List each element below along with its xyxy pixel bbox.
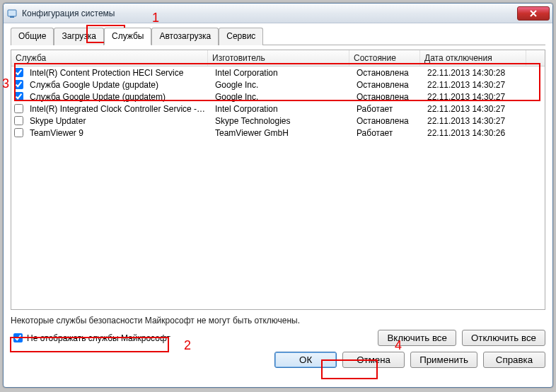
cell-mfr: Skype Technologies <box>211 116 352 126</box>
cell-name: Служба Google Update (gupdatem) <box>25 92 211 102</box>
svg-rect-0 <box>8 10 16 16</box>
cell-date: 22.11.2013 14:30:27 <box>423 116 529 126</box>
col-date[interactable]: Дата отключения <box>420 50 526 66</box>
tab-strip: Общие Загрузка Службы Автозагрузка Серви… <box>11 28 545 45</box>
cell-mfr: Intel Corporation <box>211 104 352 114</box>
window-title: Конфигурация системы <box>22 8 517 18</box>
table-row[interactable]: Skype UpdaterSkype TechnologiesОстановле… <box>11 115 545 127</box>
table-row[interactable]: TeamViewer 9TeamViewer GmbHРаботает22.11… <box>11 127 545 139</box>
apply-button[interactable]: Применить <box>410 352 477 368</box>
content-area: Общие Загрузка Службы Автозагрузка Серви… <box>4 23 552 375</box>
col-manufacturer[interactable]: Изготовитель <box>208 50 349 66</box>
cell-name: TeamViewer 9 <box>25 128 211 138</box>
ok-button[interactable]: ОК <box>274 352 337 368</box>
app-icon <box>6 8 18 19</box>
close-icon <box>529 10 538 17</box>
hide-ms-label: Не отображать службы Майкрософт <box>27 333 170 343</box>
hide-ms-option[interactable]: Не отображать службы Майкрософт <box>11 332 173 345</box>
note-text: Некоторые службы безопасности Майкрософт… <box>11 316 545 325</box>
list-header: Служба Изготовитель Состояние Дата отклю… <box>11 50 545 67</box>
list-rows: Intel(R) Content Protection HECI Service… <box>11 67 545 309</box>
titlebar: Конфигурация системы <box>4 4 552 23</box>
tab-tools[interactable]: Сервис <box>219 28 263 45</box>
svg-rect-1 <box>10 16 14 18</box>
cell-date: 22.11.2013 14:30:27 <box>423 80 529 90</box>
tab-boot[interactable]: Загрузка <box>54 28 104 45</box>
col-service[interactable]: Служба <box>11 50 208 66</box>
help-button[interactable]: Справка <box>483 352 545 368</box>
service-checkbox[interactable] <box>14 128 23 137</box>
cell-mfr: TeamViewer GmbH <box>211 128 352 138</box>
cell-mfr: Google Inc. <box>211 92 352 102</box>
cell-state: Остановлена <box>352 68 423 78</box>
cell-date: 22.11.2013 14:30:28 <box>423 68 529 78</box>
options-row: Не отображать службы Майкрософт Включить… <box>11 330 545 346</box>
cell-name: Intel(R) Content Protection HECI Service <box>25 68 211 78</box>
cell-date: 22.11.2013 14:30:27 <box>423 104 529 114</box>
dialog-buttons: ОК Отмена Применить Справка <box>11 352 545 368</box>
service-checkbox[interactable] <box>14 116 23 125</box>
cell-state: Работает <box>352 104 423 114</box>
tab-general[interactable]: Общие <box>11 28 54 45</box>
cell-mfr: Google Inc. <box>211 80 352 90</box>
enable-all-button[interactable]: Включить все <box>378 330 456 346</box>
col-state[interactable]: Состояние <box>349 50 420 66</box>
cell-state: Работает <box>352 128 423 138</box>
cell-state: Остановлена <box>352 80 423 90</box>
cancel-button[interactable]: Отмена <box>342 352 405 368</box>
services-list: Служба Изготовитель Состояние Дата отклю… <box>11 50 545 310</box>
tab-startup[interactable]: Автозагрузка <box>151 28 219 45</box>
hide-ms-checkbox[interactable] <box>13 333 23 342</box>
table-row[interactable]: Служба Google Update (gupdatem)Google In… <box>11 91 545 103</box>
cell-state: Остановлена <box>352 116 423 126</box>
cell-state: Остановлена <box>352 92 423 102</box>
disable-all-button[interactable]: Отключить все <box>462 330 545 346</box>
service-checkbox[interactable] <box>14 80 23 89</box>
msconfig-window: Конфигурация системы Общие Загрузка Служ… <box>3 3 553 388</box>
cell-mfr: Intel Corporation <box>211 68 352 78</box>
cell-name: Служба Google Update (gupdate) <box>25 80 211 90</box>
cell-name: Skype Updater <box>25 116 211 126</box>
table-row[interactable]: Служба Google Update (gupdate)Google Inc… <box>11 79 545 91</box>
service-checkbox[interactable] <box>14 68 23 77</box>
table-row[interactable]: Intel(R) Integrated Clock Controller Ser… <box>11 103 545 115</box>
service-checkbox[interactable] <box>14 92 23 101</box>
tab-services[interactable]: Службы <box>104 28 151 45</box>
close-button[interactable] <box>517 6 550 21</box>
cell-name: Intel(R) Integrated Clock Controller Ser… <box>25 104 211 114</box>
cell-date: 22.11.2013 14:30:26 <box>423 128 529 138</box>
table-row[interactable]: Intel(R) Content Protection HECI Service… <box>11 67 545 79</box>
service-checkbox[interactable] <box>14 104 23 113</box>
cell-date: 22.11.2013 14:30:27 <box>423 92 529 102</box>
